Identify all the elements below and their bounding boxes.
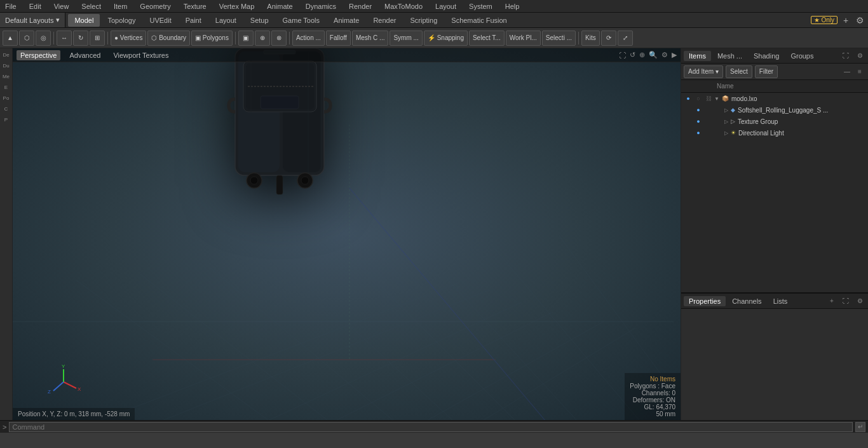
remove-geo-btn[interactable]: ⊗	[271, 31, 287, 46]
properties-add-icon[interactable]: +	[826, 295, 837, 307]
kits-btn[interactable]: Kits	[581, 31, 600, 46]
viewport-maximize-icon[interactable]: ⛶	[619, 51, 626, 59]
select-button[interactable]: Select	[726, 65, 752, 78]
menu-item-geometry[interactable]: Geometry	[137, 3, 173, 10]
command-submit-button[interactable]: ↵	[855, 422, 865, 432]
item-link-icon[interactable]: ⛓	[704, 94, 713, 103]
viewport-tab-textures[interactable]: Viewport Textures	[109, 50, 172, 60]
layout-dropdown[interactable]: Default Layouts ▾	[0, 13, 65, 27]
viewport-reset-icon[interactable]: ↺	[630, 51, 635, 59]
layout-tab-paint[interactable]: Paint	[179, 14, 208, 27]
menu-item-item[interactable]: Item	[111, 3, 130, 10]
list-item[interactable]: ● ▷ ☀ Directional Light	[681, 127, 868, 139]
layout-tab-uvedit[interactable]: UVEdit	[143, 14, 177, 27]
layout-tab-render[interactable]: Render	[367, 14, 402, 27]
lasso-btn[interactable]: ◎	[36, 31, 51, 46]
symm-btn[interactable]: Symm ...	[390, 31, 422, 46]
rotate-btn[interactable]: ↻	[73, 31, 88, 46]
rpanel-gear-icon[interactable]: ⚙	[854, 50, 865, 62]
settings-button[interactable]: ⚙	[854, 15, 865, 26]
item-eye-icon[interactable]: ●	[694, 117, 703, 126]
select-t-btn[interactable]: Select T...	[469, 31, 505, 46]
layout-tab-scripting[interactable]: Scripting	[404, 14, 444, 27]
item-expand-icon[interactable]: ▼	[714, 96, 719, 102]
viewport-more-icon[interactable]: ▶	[672, 51, 677, 59]
menu-item-texture[interactable]: Texture	[181, 3, 209, 10]
sidebar-c-icon[interactable]: C	[1, 104, 12, 114]
menu-item-help[interactable]: Help	[503, 3, 522, 10]
mesh-c-btn[interactable]: Mesh C ...	[352, 31, 389, 46]
layout-tab-game-tools[interactable]: Game Tools	[276, 14, 327, 27]
viewport-tab-perspective[interactable]: Perspective	[17, 50, 60, 60]
viewport[interactable]: Perspective Advanced Viewport Textures ⛶…	[13, 48, 681, 420]
item-eye-icon[interactable]: ●	[694, 128, 703, 137]
layout-tab-layout[interactable]: Layout	[209, 14, 243, 27]
select-mode-btn[interactable]: ⬡	[19, 31, 34, 46]
rpanel-tab-groups[interactable]: Groups	[785, 51, 818, 61]
item-expand-icon[interactable]: ▷	[724, 119, 728, 125]
vertices-btn[interactable]: ● Vertices	[111, 31, 146, 46]
selection-btn[interactable]: Selecti ...	[542, 31, 576, 46]
polygons-btn[interactable]: ▣ Polygons	[191, 31, 233, 46]
item-eye-icon[interactable]: ●	[684, 94, 693, 103]
rpanel-tab-shading[interactable]: Shading	[749, 51, 784, 61]
sidebar-pol-icon[interactable]: Po	[1, 93, 12, 103]
menu-item-select[interactable]: Select	[79, 3, 104, 10]
mesh-btn[interactable]: ▣	[238, 31, 254, 46]
prop-tab-channels[interactable]: Channels	[727, 296, 766, 306]
sidebar-mes-icon[interactable]: Me	[1, 71, 12, 81]
viewport-tab-advanced[interactable]: Advanced	[65, 50, 104, 60]
add-item-button[interactable]: Add Item ▾	[684, 65, 723, 78]
move-btn[interactable]: ↔	[57, 31, 72, 46]
layout-tab-setup[interactable]: Setup	[244, 14, 275, 27]
refresh-btn[interactable]: ⟳	[601, 31, 616, 46]
item-lock-icon[interactable]: ○	[694, 94, 703, 103]
falloff-btn[interactable]: Falloff	[326, 31, 351, 46]
layout-tab-model[interactable]: Model	[68, 14, 100, 27]
menu-item-layout[interactable]: Layout	[433, 3, 459, 10]
scale-btn[interactable]: ⊞	[90, 31, 105, 46]
list-item[interactable]: ● ▷ ▷ Texture Group	[681, 116, 868, 127]
layout-tab-topology[interactable]: Topology	[101, 14, 142, 27]
items-collapse-icon[interactable]: —	[841, 66, 853, 78]
boundary-btn[interactable]: ⬡ Boundary	[147, 31, 190, 46]
workplane-btn[interactable]: Work Pl...	[506, 31, 541, 46]
menu-item-animate[interactable]: Animate	[264, 3, 295, 10]
star-badge[interactable]: ★ Only	[811, 16, 837, 24]
command-input[interactable]	[9, 422, 853, 432]
properties-expand-icon[interactable]: ⛶	[840, 295, 851, 307]
menu-item-maxtomodo[interactable]: MaxToModo	[382, 3, 425, 10]
item-expand-icon[interactable]: ▷	[724, 130, 728, 136]
sidebar-de-icon[interactable]: De	[1, 50, 12, 60]
list-item[interactable]: ● ▷ ◆ Softshell_Rolling_Luggage_S ...	[681, 104, 868, 116]
layout-tab-animate[interactable]: Animate	[327, 14, 365, 27]
layout-tab-schematic-fusion[interactable]: Schematic Fusion	[445, 14, 513, 27]
viewport-fit-icon[interactable]: ⊕	[639, 51, 645, 59]
sidebar-dup-icon[interactable]: Du	[1, 60, 12, 71]
menu-item-dynamics[interactable]: Dynamics	[303, 3, 339, 10]
sidebar-p-icon[interactable]: P	[1, 114, 12, 125]
filter-button[interactable]: Filter	[755, 65, 778, 78]
menu-item-file[interactable]: File	[3, 3, 19, 10]
sidebar-e-icon[interactable]: E	[1, 82, 12, 92]
item-eye-icon[interactable]: ●	[694, 105, 703, 114]
prop-tab-properties[interactable]: Properties	[684, 296, 726, 306]
item-expand-icon[interactable]: ▷	[724, 107, 728, 113]
menu-item-edit[interactable]: Edit	[27, 3, 44, 10]
fullscreen-btn[interactable]: ⤢	[618, 31, 633, 46]
viewport-search-icon[interactable]: 🔍	[649, 51, 658, 59]
prop-tab-lists[interactable]: Lists	[768, 296, 793, 306]
list-item[interactable]: ● ○ ⛓ ▼ 📦 modo.lxo	[681, 93, 868, 104]
menu-item-system[interactable]: System	[466, 3, 495, 10]
menu-item-view[interactable]: View	[51, 3, 72, 10]
menu-item-render[interactable]: Render	[346, 3, 374, 10]
properties-gear-icon[interactable]: ⚙	[854, 295, 865, 307]
snapping-btn[interactable]: ⚡ Snapping	[424, 31, 468, 46]
add-geo-btn[interactable]: ⊕	[255, 31, 270, 46]
items-expand-icon[interactable]: ≡	[854, 66, 865, 78]
rpanel-expand-icon[interactable]: ⛶	[840, 50, 851, 62]
action-btn[interactable]: Action ...	[292, 31, 325, 46]
rpanel-tab-items[interactable]: Items	[684, 51, 711, 61]
rpanel-tab-mesh[interactable]: Mesh ...	[712, 51, 747, 61]
transform-btn[interactable]: ▲	[3, 31, 18, 46]
